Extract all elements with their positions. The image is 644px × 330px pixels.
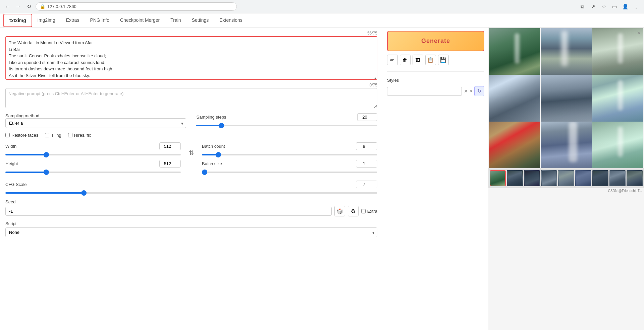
styles-row: ✕ ▾ ↻ [387, 86, 484, 96]
left-panel: 56/75 The Waterfall in Mount Lu Viewed f… [0, 27, 383, 330]
width-label: Width [5, 144, 42, 149]
tab-train[interactable]: Train [165, 14, 186, 27]
thumbnail-5[interactable] [558, 170, 574, 186]
forward-button[interactable]: → [14, 3, 22, 11]
generate-button[interactable]: Generate [387, 31, 484, 51]
back-button[interactable]: ← [3, 3, 11, 11]
hires-fix-checkbox[interactable]: Hires. fix [68, 133, 91, 138]
sampling-steps-value[interactable] [357, 113, 377, 121]
thumbnail-4[interactable] [541, 170, 557, 186]
trash-button[interactable]: 🗑 [400, 55, 411, 65]
positive-prompt[interactable]: The Waterfall in Mount Lu Viewed from Af… [5, 36, 377, 80]
tiling-checkbox[interactable]: Tiling [45, 133, 61, 138]
tab-extras[interactable]: Extras [61, 14, 85, 27]
height-value-input[interactable] [159, 160, 181, 168]
gallery-grid [488, 27, 644, 168]
menu-btn[interactable]: ⋮ [631, 2, 641, 11]
sidebar-toggle-btn[interactable]: ▭ [610, 2, 619, 11]
recycle-button[interactable]: ♻ [348, 206, 359, 216]
gallery-image-7[interactable] [489, 122, 540, 168]
batch-size-value-input[interactable] [356, 160, 377, 168]
thumbnail-3[interactable] [524, 170, 540, 186]
cfg-slider[interactable] [5, 192, 377, 194]
batch-size-slider[interactable] [202, 172, 377, 173]
sampling-method-select[interactable]: Euler a Euler LMS Heun DPM2 [5, 118, 186, 128]
batch-size-section: Batch size [202, 160, 377, 174]
tab-settings[interactable]: Settings [186, 14, 214, 27]
close-gallery-button[interactable]: × [637, 29, 641, 37]
extra-check[interactable]: Extra [361, 209, 377, 214]
negative-prompt[interactable] [5, 88, 377, 108]
extensions-btn[interactable]: ⧉ [578, 2, 587, 11]
styles-input[interactable] [387, 87, 462, 96]
batch-count-slider[interactable] [202, 154, 377, 155]
dice-button[interactable]: 🎲 [334, 206, 345, 216]
tab-txt2img[interactable]: txt2img [3, 14, 32, 27]
address-bar[interactable]: 🔒 127.0.0.1:7860 [36, 2, 237, 11]
styles-dropdown-button[interactable]: ▾ [470, 88, 472, 94]
controls-section: Sampling method Euler a Euler LMS Heun D… [5, 113, 377, 237]
gallery-image-9[interactable] [592, 122, 643, 168]
gallery-image-6[interactable] [592, 75, 643, 126]
right-sidebar: Generate ✏ 🗑 🖼 📋 💾 Styles ✕ ▾ ↻ [383, 27, 488, 330]
thumbnail-6[interactable] [575, 170, 591, 186]
save-button[interactable]: 💾 [438, 55, 449, 65]
seed-row: 🎲 ♻ Extra [5, 206, 377, 216]
batch-size-label: Batch size [202, 161, 239, 166]
gallery-thumbnails [488, 168, 644, 188]
width-value-input[interactable] [159, 142, 181, 150]
clipboard-button[interactable]: 📋 [425, 55, 436, 65]
thumbnail-7[interactable] [592, 170, 608, 186]
thumbnail-2[interactable] [507, 170, 523, 186]
tab-checkpoint-merger[interactable]: Checkpoint Merger [115, 14, 165, 27]
gallery-image-3[interactable] [592, 28, 643, 79]
seed-input[interactable] [5, 207, 332, 216]
bookmark-btn[interactable]: ☆ [599, 2, 608, 11]
restore-faces-checkbox[interactable]: Restore faces [5, 133, 38, 138]
sampling-method-wrapper: Euler a Euler LMS Heun DPM2 ▾ [5, 118, 186, 128]
styles-clear-button[interactable]: ✕ [464, 88, 468, 94]
divider [387, 71, 484, 72]
width-slider[interactable] [5, 154, 181, 155]
thumbnail-1[interactable] [490, 170, 506, 186]
sampling-row: Sampling method Euler a Euler LMS Heun D… [5, 113, 377, 128]
pencil-button[interactable]: ✏ [387, 55, 398, 65]
checkboxes-row: Restore faces Tiling Hires. fix [5, 133, 377, 138]
tab-img2img[interactable]: img2img [32, 14, 61, 27]
width-slider-section: Width [5, 142, 181, 156]
gallery-image-5[interactable] [541, 75, 592, 126]
share-btn[interactable]: ↗ [588, 2, 598, 11]
height-slider[interactable] [5, 172, 181, 173]
cfg-value-input[interactable] [356, 181, 377, 188]
tab-extensions[interactable]: Extensions [214, 14, 248, 27]
sampling-steps-label: Sampling steps [196, 115, 233, 120]
profile-btn[interactable]: 👤 [621, 2, 630, 11]
cfg-label: CFG Scale [5, 182, 42, 187]
toolbar-row: ✏ 🗑 🖼 📋 💾 [387, 55, 484, 65]
sampling-left: Sampling method Euler a Euler LMS Heun D… [5, 113, 186, 128]
swap-dimensions-button[interactable]: ⇅ [187, 149, 195, 156]
tab-png-info[interactable]: PNG Info [85, 14, 115, 27]
gallery-image-4[interactable] [489, 75, 540, 126]
gallery-image-8[interactable] [541, 122, 592, 168]
script-label: Script [5, 221, 377, 226]
height-slider-section: Height [5, 160, 181, 174]
gallery-image-1[interactable] [489, 28, 540, 79]
batch-count-section: Batch count [202, 142, 377, 156]
thumbnail-8[interactable] [609, 170, 626, 186]
script-select-wrapper: None X/Y/Z plot Prompt matrix ▾ [5, 227, 377, 237]
gallery-panel: × [488, 27, 644, 330]
sampling-steps-slider[interactable] [196, 125, 377, 126]
dimension-sliders: Width Height [5, 142, 377, 177]
styles-label: Styles [387, 78, 484, 83]
script-select[interactable]: None X/Y/Z plot Prompt matrix [5, 227, 377, 237]
seed-label: Seed [5, 199, 377, 204]
app-tabs: txt2img img2img Extras PNG Info Checkpoi… [0, 13, 644, 27]
batch-count-value-input[interactable] [356, 142, 377, 150]
image-button[interactable]: 🖼 [413, 55, 423, 65]
right-sliders-col: Batch count Batch size [202, 142, 377, 177]
gallery-image-2[interactable] [541, 28, 592, 79]
styles-refresh-button[interactable]: ↻ [474, 86, 484, 96]
refresh-button[interactable]: ↻ [25, 3, 33, 11]
thumbnail-9[interactable] [627, 170, 643, 186]
